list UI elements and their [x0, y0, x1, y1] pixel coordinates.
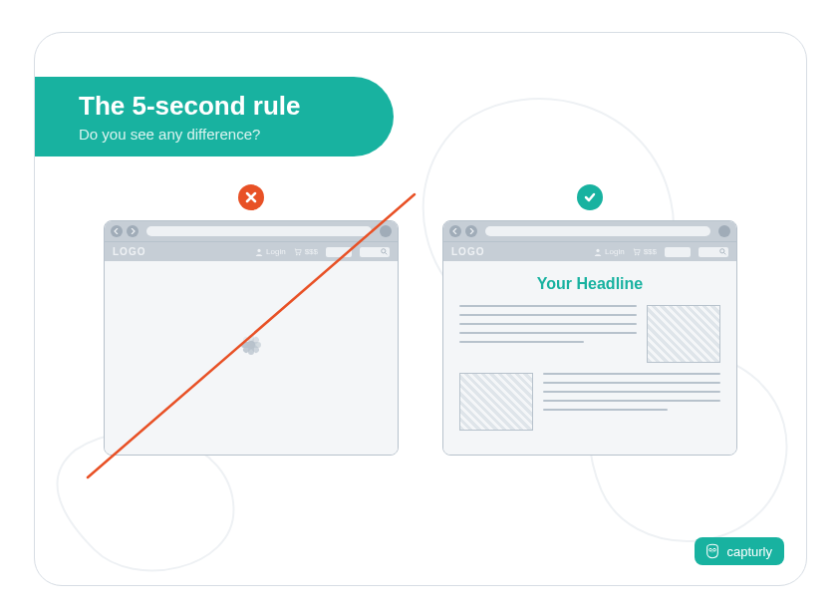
login-button: Login [594, 247, 625, 256]
cart-price: $$$ [305, 247, 318, 256]
brand-owl-icon [704, 543, 720, 559]
search-icon [719, 248, 726, 255]
image-placeholder [459, 373, 533, 431]
browser-chrome-top [443, 221, 736, 241]
cross-icon [238, 184, 264, 210]
svg-point-7 [635, 253, 637, 255]
browser-body-content: Your Headline [443, 261, 736, 455]
content-row-1 [443, 305, 736, 373]
comparison-row: LOGO Login $$$ [35, 220, 806, 456]
search-icon [381, 248, 388, 255]
user-icon [594, 248, 602, 256]
browser-chrome-top [105, 221, 398, 241]
cart-price: $$$ [644, 247, 657, 256]
site-logo: LOGO [113, 246, 145, 257]
content-row-2 [443, 373, 736, 441]
address-bar [485, 226, 710, 236]
brand-badge: capturly [695, 537, 784, 565]
header-subtitle: Do you see any difference? [79, 126, 350, 143]
search-box-mini-2 [699, 247, 728, 257]
login-button: Login [255, 247, 286, 256]
cart-icon [294, 248, 302, 256]
nav-back-icon [111, 225, 123, 237]
search-box-mini [326, 247, 352, 257]
close-icon [380, 225, 392, 237]
close-icon [718, 225, 730, 237]
svg-point-8 [637, 253, 639, 255]
user-icon [255, 248, 263, 256]
nav-fwd-icon [127, 225, 139, 237]
svg-line-10 [724, 253, 726, 255]
address-bar [146, 226, 372, 236]
cart-button: $$$ [294, 247, 318, 256]
browser-bad-wrap: LOGO Login $$$ [104, 220, 399, 456]
nav-fwd-icon [465, 225, 477, 237]
svg-point-3 [382, 249, 386, 253]
image-placeholder [647, 305, 720, 363]
nav-back-icon [449, 225, 461, 237]
search-box-mini [665, 247, 691, 257]
check-icon [577, 184, 603, 210]
svg-point-2 [298, 253, 300, 255]
browser-body-loading [105, 261, 398, 455]
svg-point-11 [709, 548, 712, 551]
cart-button: $$$ [633, 247, 657, 256]
site-logo: LOGO [451, 246, 484, 257]
svg-point-1 [296, 253, 298, 255]
login-label: Login [605, 247, 625, 256]
svg-point-6 [596, 248, 599, 251]
browser-good: LOGO Login $$$ Your H [442, 220, 737, 456]
page-headline: Your Headline [443, 275, 736, 293]
slide-card: The 5-second rule Do you see any differe… [34, 32, 807, 586]
site-topbar: LOGO Login $$$ [443, 241, 736, 261]
brand-name: capturly [726, 544, 772, 559]
cart-icon [633, 248, 641, 256]
svg-point-9 [720, 249, 724, 253]
svg-point-12 [713, 548, 716, 551]
text-lines [543, 373, 720, 431]
header-pill: The 5-second rule Do you see any differe… [35, 77, 394, 156]
svg-line-4 [386, 253, 388, 255]
loading-spinner-icon [226, 333, 276, 383]
text-lines [459, 305, 637, 363]
login-label: Login [266, 247, 286, 256]
svg-point-0 [257, 248, 260, 251]
browser-bad: LOGO Login $$$ [104, 220, 399, 456]
header-title: The 5-second rule [79, 91, 350, 122]
search-box-mini-2 [360, 247, 390, 257]
site-topbar: LOGO Login $$$ [105, 241, 398, 261]
browser-good-wrap: LOGO Login $$$ Your H [442, 220, 737, 456]
